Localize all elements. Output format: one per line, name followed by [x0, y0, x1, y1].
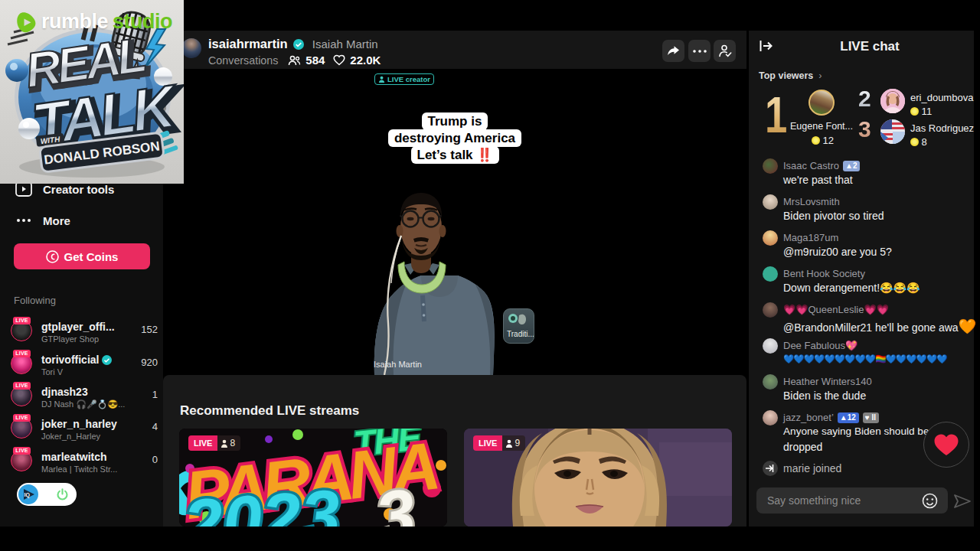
svg-text:Traditi...: Traditi...: [507, 330, 534, 338]
svg-text:IQ: IQ: [24, 492, 31, 498]
